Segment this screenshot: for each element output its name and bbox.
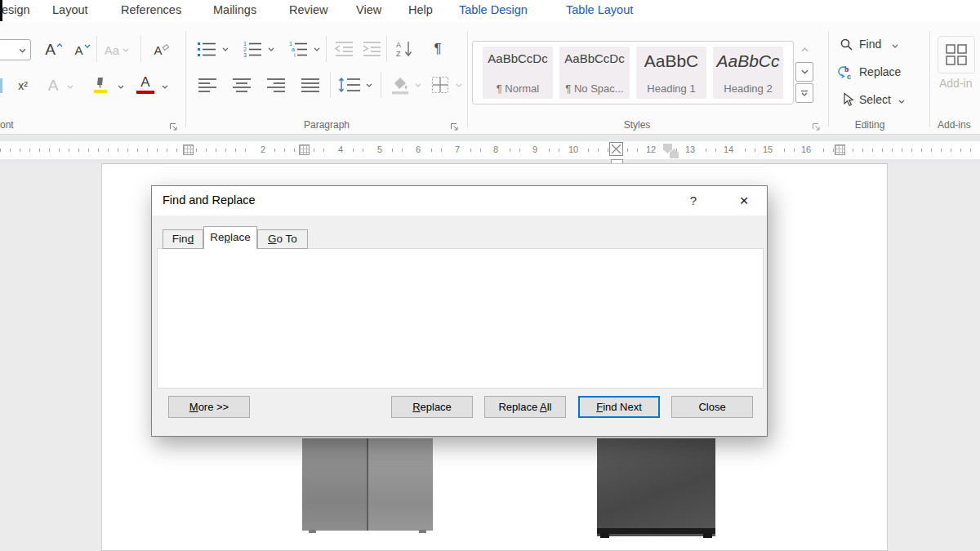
tab-table-layout[interactable]: Table Layout <box>566 3 633 16</box>
table-column-marker[interactable] <box>183 144 194 155</box>
font-dialog-launcher[interactable] <box>169 120 178 129</box>
align-right-button[interactable] <box>265 73 287 96</box>
dialog-help-button[interactable]: ? <box>683 190 704 211</box>
font-color-button[interactable]: A <box>134 73 157 96</box>
pilcrow-icon: ¶ <box>434 41 441 57</box>
style-name: ¶ Normal <box>497 82 540 95</box>
grow-font-button[interactable]: A <box>41 39 67 60</box>
change-case-button[interactable]: Aa <box>103 39 131 60</box>
style-preview: AaBbCcDc <box>564 51 624 65</box>
select-button[interactable]: Select <box>859 93 891 106</box>
style-heading-2[interactable]: AaBbCc Heading 2 <box>713 47 783 99</box>
divider <box>140 36 141 62</box>
bullets-dropdown[interactable] <box>220 44 230 54</box>
line-spacing-button[interactable] <box>336 73 363 96</box>
highlight-color-button[interactable] <box>88 73 113 96</box>
tab-mailings[interactable]: Mailings <box>213 3 256 16</box>
ruler-number: 7 <box>449 144 466 154</box>
multilevel-dropdown[interactable] <box>312 44 322 54</box>
select-dropdown[interactable] <box>897 96 906 106</box>
group-divider <box>185 31 186 127</box>
increase-indent-icon <box>361 41 382 57</box>
dialog-tab-find[interactable]: Find <box>163 229 203 249</box>
tab-references[interactable]: References <box>121 3 181 16</box>
find-next-button[interactable]: Find Next <box>578 396 660 418</box>
styles-scroll-down[interactable] <box>795 62 813 82</box>
table-move-marker[interactable] <box>609 142 623 156</box>
multilevel-list-button[interactable]: 1 a i <box>286 38 310 60</box>
chevron-down-icon <box>415 83 421 87</box>
fridge-left-door <box>302 438 367 531</box>
paragraph-dialog-launcher[interactable] <box>450 120 459 129</box>
tab-table-design[interactable]: Table Design <box>459 3 528 16</box>
subscript-button-sliver[interactable] <box>0 78 2 93</box>
dialog-tab-goto[interactable]: Go To <box>257 229 308 249</box>
ruler-number: 9 <box>527 144 543 154</box>
show-formatting-button[interactable]: ¶ <box>428 38 448 60</box>
style-normal[interactable]: AaBbCcDc ¶ Normal <box>483 47 553 99</box>
highlight-dropdown[interactable] <box>116 82 126 91</box>
tab-view[interactable]: View <box>356 3 381 16</box>
find-button[interactable]: Find <box>859 38 881 51</box>
styles-dialog-launcher[interactable] <box>812 120 821 129</box>
select-button-icon-area[interactable] <box>840 91 856 108</box>
document-image-refrigerator-dark[interactable] <box>597 438 715 536</box>
text-effects-button[interactable]: A <box>42 75 64 96</box>
borders-button[interactable] <box>428 73 452 96</box>
button-accesskey: A <box>540 401 547 413</box>
align-left-button[interactable] <box>196 73 219 96</box>
bullets-button[interactable] <box>194 38 219 60</box>
tab-layout[interactable]: Layout <box>52 3 88 16</box>
borders-dropdown[interactable] <box>454 80 464 90</box>
style-no-spacing[interactable]: AaBbCcDc ¶ No Spac... <box>559 47 630 99</box>
add-ins-button[interactable] <box>938 36 975 73</box>
table-column-marker[interactable] <box>835 144 845 155</box>
decrease-indent-button[interactable] <box>332 38 356 60</box>
close-button[interactable]: Close <box>671 396 753 418</box>
shrink-font-button[interactable]: A <box>70 39 95 60</box>
find-button-icon-area[interactable] <box>838 36 854 52</box>
replace-button[interactable]: Replace <box>859 65 901 78</box>
line-spacing-dropdown[interactable] <box>364 80 374 90</box>
align-center-button[interactable] <box>230 73 253 96</box>
font-color-dropdown[interactable] <box>160 82 170 91</box>
clear-formatting-button[interactable]: A <box>150 39 173 60</box>
font-size-combobox[interactable] <box>0 39 31 60</box>
style-preview: AaBbCcDc <box>488 51 547 65</box>
dialog-tab-replace[interactable]: Replace <box>203 226 257 249</box>
sort-button[interactable]: A Z <box>392 38 418 60</box>
font-color-bar <box>136 91 154 94</box>
grow-font-icon: A <box>45 41 56 59</box>
replace-button[interactable]: Replace <box>391 396 473 418</box>
replace-all-button[interactable]: Replace All <box>484 396 566 418</box>
justify-button[interactable] <box>299 73 322 96</box>
replace-button-icon-area[interactable]: b c <box>836 64 854 80</box>
ruler-number: 13 <box>682 144 698 154</box>
document-image-refrigerator-silver[interactable] <box>302 438 433 531</box>
dialog-title-bar[interactable]: Find and Replace ? × <box>152 186 767 216</box>
text-effects-dropdown[interactable] <box>65 82 75 91</box>
increase-indent-button[interactable] <box>359 38 384 60</box>
chevron-down-icon <box>19 48 26 53</box>
numbering-button[interactable]: 1 2 3 <box>240 38 265 60</box>
ribbon-tab-bar: esign Layout References Mailings Review … <box>0 0 980 21</box>
shading-dropdown[interactable] <box>413 80 423 90</box>
tab-design-partial[interactable]: esign <box>2 3 30 16</box>
dialog-close-icon[interactable]: × <box>732 189 756 212</box>
find-dropdown[interactable] <box>890 41 900 51</box>
styles-scroll-up[interactable] <box>797 42 812 57</box>
styles-more-button[interactable] <box>795 83 813 103</box>
tab-review[interactable]: Review <box>289 3 328 16</box>
superscript-button[interactable]: x² <box>11 75 34 96</box>
ruler-number: 10 <box>565 144 581 154</box>
horizontal-ruler[interactable]: 2 4 5 6 7 8 9 10 12 13 14 15 16 <box>0 141 980 159</box>
style-heading-1[interactable]: AaBbC Heading 1 <box>636 47 706 99</box>
svg-text:a: a <box>292 47 295 52</box>
fridge-foot <box>419 530 426 533</box>
table-column-marker[interactable] <box>299 144 310 155</box>
more-button[interactable]: More >> <box>168 396 250 418</box>
multilevel-list-icon: 1 a i <box>287 40 309 58</box>
tab-help[interactable]: Help <box>408 3 433 16</box>
shading-button[interactable] <box>387 73 413 96</box>
numbering-dropdown[interactable] <box>266 44 276 54</box>
